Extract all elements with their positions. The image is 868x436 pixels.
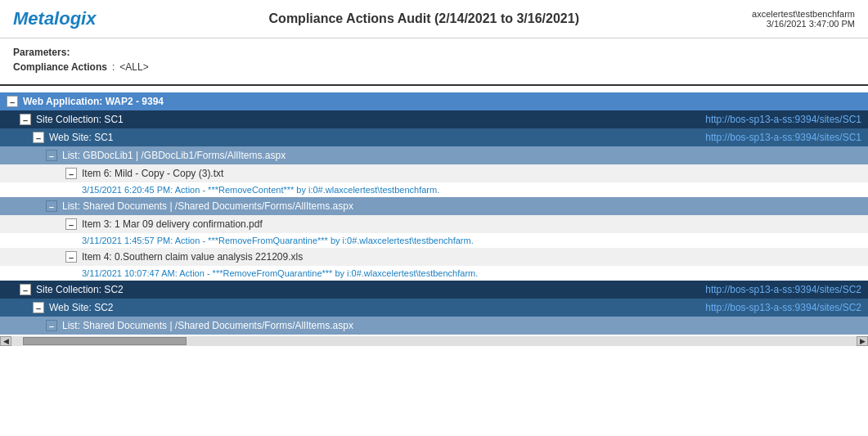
list-shareddocs-sc1-row: – List: Shared Documents | /Shared Docum… (0, 197, 868, 215)
web-app-label: Web Application: WAP2 - 9394 (23, 96, 164, 107)
report-title: Compliance Actions Audit (2/14/2021 to 3… (269, 11, 579, 26)
scroll-right-button[interactable]: ▶ (857, 336, 868, 346)
logo: Metalogix (13, 8, 96, 29)
ws-sc2-url[interactable]: http://bos-sp13-a-ss:9394/sites/SC2 (705, 302, 861, 313)
list-shareddocs-sc2-label: List: Shared Documents | /Shared Documen… (62, 320, 353, 331)
report-meta: axcelertest\testbenchfarm 3/16/2021 3:47… (752, 9, 855, 29)
params-label: Parameters: (13, 47, 855, 58)
item-3-label: Item 3: 1 Mar 09 delivery confirmation.p… (82, 218, 263, 230)
item-6-action: 3/15/2021 6:20:45 PM: Action - ***Remove… (0, 182, 868, 197)
list-gbdoclib1-row: – List: GBDocLib1 | /GBDocLib1/Forms/All… (0, 146, 868, 164)
ws-sc2-toggle[interactable]: – (33, 302, 44, 313)
params-section: Parameters: Compliance Actions : <ALL> (0, 38, 868, 78)
ws-sc2-label: Web Site: SC2 (49, 302, 113, 313)
sc1-label: Site Collection: SC1 (36, 114, 124, 125)
sc2-url[interactable]: http://bos-sp13-a-ss:9394/sites/SC2 (705, 284, 861, 295)
item-4-toggle[interactable]: – (65, 251, 77, 263)
item-3-toggle[interactable]: – (65, 218, 77, 230)
site-collection-sc2-row: – Site Collection: SC2 http://bos-sp13-a… (0, 281, 868, 299)
scrollbar-track[interactable] (23, 337, 845, 345)
sc1-toggle[interactable]: – (20, 114, 31, 125)
scroll-left-button[interactable]: ◀ (0, 336, 11, 346)
compliance-param-value: <ALL> (119, 61, 148, 73)
list-shareddocs-sc1-label: List: Shared Documents | /Shared Documen… (62, 200, 353, 212)
web-app-toggle[interactable]: – (7, 96, 18, 107)
params-row: Compliance Actions : <ALL> (13, 61, 855, 73)
sc2-toggle[interactable]: – (20, 284, 31, 295)
sc1-url[interactable]: http://bos-sp13-a-ss:9394/sites/SC1 (705, 114, 861, 125)
item-6-row: – Item 6: Mild - Copy - Copy (3).txt (0, 164, 868, 182)
list-shareddocs-sc2-toggle[interactable]: – (46, 320, 57, 331)
list-gbdoclib1-label: List: GBDocLib1 | /GBDocLib1/Forms/AllIt… (62, 150, 286, 161)
ws-sc1-url[interactable]: http://bos-sp13-a-ss:9394/sites/SC1 (705, 132, 861, 143)
horizontal-scrollbar[interactable]: ◀ ▶ (0, 336, 868, 346)
scrollbar-thumb[interactable] (23, 337, 187, 345)
colon: : (112, 61, 115, 73)
site-collection-sc1-row: – Site Collection: SC1 http://bos-sp13-a… (0, 110, 868, 128)
item-3-row: – Item 3: 1 Mar 09 delivery confirmation… (0, 215, 868, 233)
web-site-sc1-row: – Web Site: SC1 http://bos-sp13-a-ss:939… (0, 128, 868, 146)
report-datetime: 3/16/2021 3:47:00 PM (752, 19, 855, 29)
item-4-label: Item 4: 0.Southern claim value analysis … (82, 251, 303, 263)
item-6-toggle[interactable]: – (65, 168, 77, 179)
list-shareddocs-sc2-row: – List: Shared Documents | /Shared Docum… (0, 317, 868, 335)
item-6-label: Item 6: Mild - Copy - Copy (3).txt (82, 168, 223, 179)
list-gbdoclib1-toggle[interactable]: – (46, 150, 57, 161)
item-4-row: – Item 4: 0.Southern claim value analysi… (0, 248, 868, 266)
item-3-action: 3/11/2021 1:45:57 PM: Action - ***Remove… (0, 233, 868, 248)
list-shareddocs-sc1-toggle[interactable]: – (46, 200, 57, 212)
compliance-param-name: Compliance Actions (13, 61, 107, 73)
divider (0, 84, 868, 86)
web-app-row: – Web Application: WAP2 - 9394 (0, 92, 868, 110)
ws-sc1-toggle[interactable]: – (33, 132, 44, 143)
ws-sc1-label: Web Site: SC1 (49, 132, 113, 143)
server-name: axcelertest\testbenchfarm (752, 9, 855, 19)
item-4-action: 3/11/2021 10:07:47 AM: Action - ***Remov… (0, 266, 868, 281)
web-site-sc2-row: – Web Site: SC2 http://bos-sp13-a-ss:939… (0, 299, 868, 317)
sc2-label: Site Collection: SC2 (36, 284, 124, 295)
header: Metalogix Compliance Actions Audit (2/14… (0, 0, 868, 38)
tree-container: – Web Application: WAP2 - 9394 – Site Co… (0, 92, 868, 335)
